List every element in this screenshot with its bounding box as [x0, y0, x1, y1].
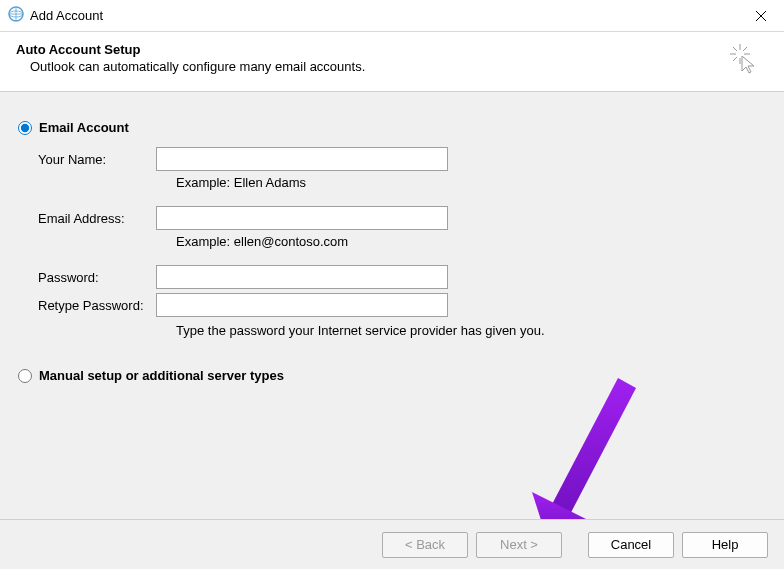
email-account-radio-label: Email Account [39, 120, 129, 135]
back-button[interactable]: < Back [382, 532, 468, 558]
manual-setup-radio[interactable] [18, 369, 32, 383]
email-account-radio-row: Email Account [18, 120, 766, 135]
sparkle-cursor-icon [730, 44, 760, 77]
email-row: Email Address: [38, 206, 766, 230]
password-row: Password: [38, 265, 766, 289]
your-name-row: Your Name: [38, 147, 766, 171]
password-hint: Type the password your Internet service … [176, 323, 766, 338]
email-hint: Example: ellen@contoso.com [176, 234, 766, 249]
your-name-hint: Example: Ellen Adams [176, 175, 766, 190]
retype-password-row: Retype Password: [38, 293, 766, 317]
wizard-header-text: Auto Account Setup Outlook can automatic… [16, 42, 365, 74]
next-button[interactable]: Next > [476, 532, 562, 558]
close-button[interactable] [738, 0, 784, 32]
wizard-subtitle: Outlook can automatically configure many… [30, 59, 365, 74]
retype-password-label: Retype Password: [38, 298, 156, 313]
svg-line-6 [733, 47, 737, 51]
wizard-body: Email Account Your Name: Example: Ellen … [0, 92, 784, 523]
wizard-button-bar: < Back Next > Cancel Help [0, 519, 784, 569]
titlebar: Add Account [0, 0, 784, 32]
app-icon [8, 6, 24, 25]
svg-line-9 [733, 57, 737, 61]
email-input[interactable] [156, 206, 448, 230]
auto-setup-form: Your Name: Example: Ellen Adams Email Ad… [38, 147, 766, 338]
manual-setup-radio-row: Manual setup or additional server types [18, 368, 766, 383]
email-label: Email Address: [38, 211, 156, 226]
help-button[interactable]: Help [682, 532, 768, 558]
titlebar-left: Add Account [8, 6, 103, 25]
password-label: Password: [38, 270, 156, 285]
cancel-button[interactable]: Cancel [588, 532, 674, 558]
your-name-input[interactable] [156, 147, 448, 171]
password-input[interactable] [156, 265, 448, 289]
email-account-radio[interactable] [18, 121, 32, 135]
window-title: Add Account [30, 8, 103, 23]
svg-line-8 [743, 47, 747, 51]
your-name-label: Your Name: [38, 152, 156, 167]
retype-password-input[interactable] [156, 293, 448, 317]
wizard-title: Auto Account Setup [16, 42, 365, 57]
wizard-header: Auto Account Setup Outlook can automatic… [0, 32, 784, 92]
manual-setup-radio-label: Manual setup or additional server types [39, 368, 284, 383]
